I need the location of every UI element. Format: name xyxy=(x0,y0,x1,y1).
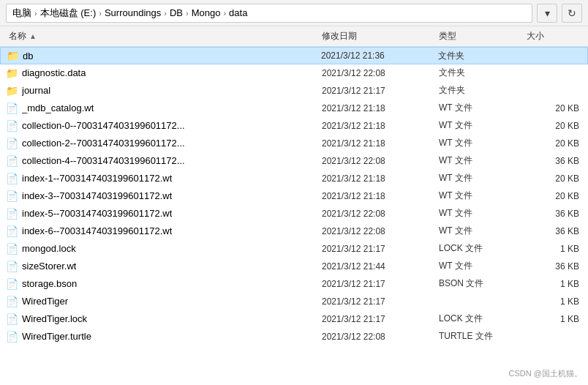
breadcrumb-computer[interactable]: 电脑 xyxy=(12,7,31,20)
table-row[interactable]: 📄 index-5--7003147403199601172.wt 2021/3… xyxy=(0,205,588,223)
file-modified: 2021/3/12 21:17 xyxy=(319,86,436,96)
file-size: 36 KB xyxy=(524,226,582,236)
file-name-cell: 📄 mongod.lock xyxy=(6,243,319,255)
file-icon: 📄 xyxy=(6,261,18,272)
breadcrumb-mongo[interactable]: Mongo xyxy=(192,7,221,18)
col-size[interactable]: 大小 xyxy=(524,30,582,42)
file-icon: 📄 xyxy=(6,173,18,184)
table-row[interactable]: 📄 WiredTiger.lock 2021/3/12 21:17 LOCK 文… xyxy=(0,310,588,328)
file-name: _mdb_catalog.wt xyxy=(22,102,94,113)
refresh-button[interactable]: ↻ xyxy=(562,4,582,23)
file-name: WiredTiger xyxy=(22,296,68,307)
file-name: sizeStorer.wt xyxy=(22,261,76,272)
file-name-cell: 📄 collection-4--7003147403199601172... xyxy=(6,155,319,167)
file-icon: 📄 xyxy=(6,225,18,237)
table-row[interactable]: 📄 index-6--7003147403199601172.wt 2021/3… xyxy=(0,223,588,240)
breadcrumb-drive[interactable]: 本地磁盘 (E:) xyxy=(40,7,97,20)
file-name-cell: 📄 collection-0--7003147403199601172... xyxy=(6,120,319,132)
file-name: WiredTiger.lock xyxy=(22,313,87,324)
file-list: 📁 db 2021/3/12 21:36 文件夹 📁 diagnostic.da… xyxy=(0,47,588,385)
file-icon: 📄 xyxy=(6,296,18,307)
file-size: 20 KB xyxy=(524,173,582,184)
file-type: BSON 文件 xyxy=(436,277,524,290)
table-row[interactable]: 📄 mongod.lock 2021/3/12 21:17 LOCK 文件 1 … xyxy=(0,240,588,258)
sort-arrow-name: ▲ xyxy=(29,32,37,40)
table-row[interactable]: 📄 collection-0--7003147403199601172... 2… xyxy=(0,117,588,135)
table-row[interactable]: 📄 _mdb_catalog.wt 2021/3/12 21:18 WT 文件 … xyxy=(0,100,588,117)
file-name-cell: 📄 storage.bson xyxy=(6,278,319,290)
file-type: WT 文件 xyxy=(436,225,524,237)
file-name-cell: 📁 db xyxy=(7,50,318,61)
file-modified: 2021/3/12 21:18 xyxy=(319,103,436,113)
file-type: LOCK 文件 xyxy=(436,313,524,325)
file-name-cell: 📄 WiredTiger xyxy=(6,296,319,307)
file-icon: 📄 xyxy=(6,138,18,149)
breadcrumb-path[interactable]: 电脑 › 本地磁盘 (E:) › Surroundings › DB › Mon… xyxy=(6,4,532,23)
file-icon: 📄 xyxy=(6,190,18,202)
table-row[interactable]: 📄 collection-4--7003147403199601172... 2… xyxy=(0,152,588,170)
table-row[interactable]: 📄 index-1--7003147403199601172.wt 2021/3… xyxy=(0,170,588,187)
file-icon: 📄 xyxy=(6,120,18,132)
table-row[interactable]: 📄 storage.bson 2021/3/12 21:17 BSON 文件 1… xyxy=(0,275,588,293)
breadcrumb-data[interactable]: data xyxy=(229,7,247,18)
file-modified: 2021/3/12 22:08 xyxy=(319,68,436,78)
file-name: index-6--7003147403199601172.wt xyxy=(22,225,172,236)
file-type: LOCK 文件 xyxy=(436,242,524,255)
file-name-cell: 📄 collection-2--7003147403199601172... xyxy=(6,138,319,149)
column-header: 名称 ▲ 修改日期 类型 大小 xyxy=(0,26,588,47)
file-type: WT 文件 xyxy=(436,190,524,202)
file-name: journal xyxy=(22,85,50,96)
file-type: TURTLE 文件 xyxy=(436,330,524,343)
file-name-cell: 📄 index-5--7003147403199601172.wt xyxy=(6,208,319,220)
table-row[interactable]: 📄 WiredTiger 2021/3/12 21:17 1 KB xyxy=(0,293,588,310)
file-name: collection-4--7003147403199601172... xyxy=(22,155,185,166)
file-name: collection-2--7003147403199601172... xyxy=(22,138,185,149)
file-name: index-3--7003147403199601172.wt xyxy=(22,190,172,201)
file-name-cell: 📄 index-6--7003147403199601172.wt xyxy=(6,225,319,237)
file-name: index-1--7003147403199601172.wt xyxy=(22,173,172,184)
file-icon: 📄 xyxy=(6,243,18,255)
dropdown-button[interactable]: ▾ xyxy=(537,4,557,23)
breadcrumb-surroundings[interactable]: Surroundings xyxy=(105,7,161,18)
breadcrumb-db[interactable]: DB xyxy=(170,7,183,18)
table-row[interactable]: 📁 diagnostic.data 2021/3/12 22:08 文件夹 xyxy=(0,64,588,82)
folder-icon: 📁 xyxy=(7,50,18,61)
file-name: WiredTiger.turtle xyxy=(22,331,91,342)
table-row[interactable]: 📄 collection-2--7003147403199601172... 2… xyxy=(0,135,588,152)
table-row[interactable]: 📄 index-3--7003147403199601172.wt 2021/3… xyxy=(0,187,588,205)
file-name: storage.bson xyxy=(22,278,77,289)
file-modified: 2021/3/12 22:08 xyxy=(319,226,436,236)
file-size: 36 KB xyxy=(524,156,582,166)
file-name: mongod.lock xyxy=(22,243,76,254)
col-name[interactable]: 名称 ▲ xyxy=(6,30,319,42)
file-icon: 📄 xyxy=(6,313,18,325)
file-size: 1 KB xyxy=(524,314,582,324)
file-icon: 📄 xyxy=(6,278,18,290)
file-size: 20 KB xyxy=(524,138,582,149)
file-size: 1 KB xyxy=(524,296,582,307)
table-row[interactable]: 📄 sizeStorer.wt 2021/3/12 21:44 WT 文件 36… xyxy=(0,258,588,275)
file-size: 20 KB xyxy=(524,103,582,113)
file-name-cell: 📄 sizeStorer.wt xyxy=(6,261,319,272)
col-modified[interactable]: 修改日期 xyxy=(319,30,436,42)
file-type: WT 文件 xyxy=(436,172,524,184)
table-row[interactable]: 📄 WiredTiger.turtle 2021/3/12 22:08 TURT… xyxy=(0,328,588,345)
file-modified: 2021/3/12 21:18 xyxy=(319,191,436,201)
file-modified: 2021/3/12 21:17 xyxy=(319,314,436,324)
file-modified: 2021/3/12 21:36 xyxy=(318,51,435,61)
file-name-cell: 📁 diagnostic.data xyxy=(6,67,319,79)
file-modified: 2021/3/12 21:18 xyxy=(319,121,436,131)
file-type: WT 文件 xyxy=(436,119,524,132)
file-type: WT 文件 xyxy=(436,102,524,114)
file-size: 1 KB xyxy=(524,244,582,254)
table-row[interactable]: 📁 db 2021/3/12 21:36 文件夹 xyxy=(0,47,588,64)
file-modified: 2021/3/12 22:08 xyxy=(319,209,436,219)
file-modified: 2021/3/12 22:08 xyxy=(319,332,436,342)
file-name-cell: 📄 index-1--7003147403199601172.wt xyxy=(6,173,319,184)
file-icon: 📄 xyxy=(6,155,18,167)
file-modified: 2021/3/12 21:18 xyxy=(319,173,436,184)
col-type[interactable]: 类型 xyxy=(436,30,524,42)
table-row[interactable]: 📁 journal 2021/3/12 21:17 文件夹 xyxy=(0,82,588,100)
file-name-cell: 📄 index-3--7003147403199601172.wt xyxy=(6,190,319,202)
file-name: diagnostic.data xyxy=(22,67,86,78)
